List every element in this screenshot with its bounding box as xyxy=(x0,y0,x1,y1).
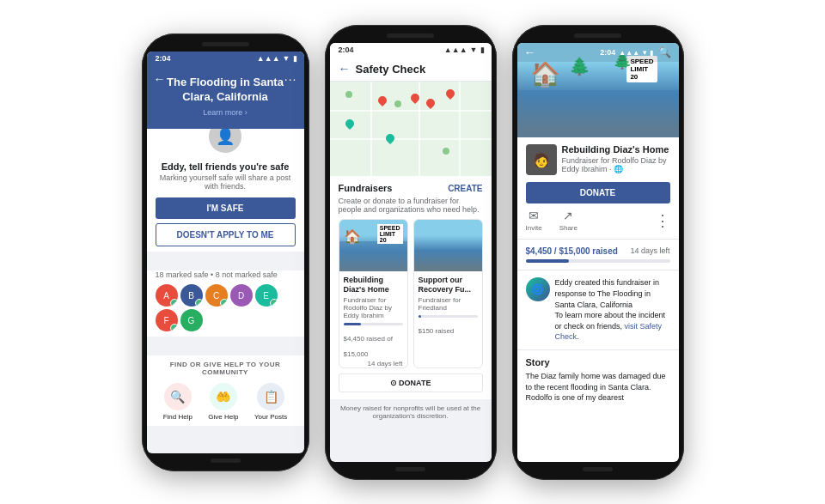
phone1-signal-icon: ▲▲▲ xyxy=(257,54,280,63)
phone2-fundraisers-section: Fundraisers CREATE Create or donate to a… xyxy=(330,176,492,399)
phone3-share-icon: ↗ xyxy=(563,209,573,222)
community-item-label: Give Help xyxy=(208,413,238,421)
list-item: G xyxy=(180,309,203,331)
card-1-progress-bar xyxy=(344,323,403,325)
map-road xyxy=(330,110,492,112)
phone3-hero-image: 🏠 SPEEDLIMIT20 🌲 🌲 ← 2:04 ▲▲▲ ▼ ▮ 🔍 xyxy=(517,43,679,137)
phone2-signal-icon: ▲▲▲ xyxy=(444,46,468,54)
card-2-subtitle: Fundraiser forFriedland xyxy=(419,296,478,312)
phone3-search-button[interactable]: 🔍 xyxy=(658,46,671,58)
phone3-activity-icon: 🌀 xyxy=(526,277,550,301)
phone3-organizer-avatar: 🧑 xyxy=(526,144,557,175)
phone1-wifi-icon: ▼ xyxy=(283,54,290,63)
phone3-actions: ✉ Invite ↗ Share ⋮ xyxy=(517,209,679,240)
list-item: D xyxy=(230,284,253,307)
card-2-progress-fill xyxy=(419,315,421,318)
list-item: F ✓ xyxy=(156,309,178,331)
card-1-days: 14 days left xyxy=(368,360,403,367)
phone2-header: ← Safety Check xyxy=(330,57,492,82)
phone-2-screen: 2:04 ▲▲▲ ▼ ▮ ← Safety Check xyxy=(330,43,492,461)
phone3-more-button[interactable]: ⋮ xyxy=(655,211,670,230)
phone2-back-button[interactable]: ← xyxy=(339,62,351,76)
phone1-battery-icon: ▮ xyxy=(293,54,297,63)
house-icon: 🏠 xyxy=(344,228,361,245)
phone2-map[interactable] xyxy=(330,82,492,176)
map-pin-red xyxy=(444,88,456,100)
scene: 2:04 ▲▲▲ ▼ ▮ ← ··· The Flooding in Santa… xyxy=(0,0,825,504)
community-item-label: Your Posts xyxy=(254,413,287,421)
phone2-time: 2:04 xyxy=(339,46,354,54)
phone3-days-left: 14 days left xyxy=(630,246,669,256)
community-item-give-help[interactable]: 🤲 Give Help xyxy=(208,383,238,421)
phone1-friends-avatars: A ✓ B ✓ C ✓ D E ✓ xyxy=(156,284,296,331)
phone2-footer: Money raised for nonprofits will be used… xyxy=(330,399,492,425)
phone3-amount-raised: $4,450 / $15,000 raised xyxy=(526,246,618,256)
card-1-body: Rebuilding Diaz's Home Fundraiser for Ro… xyxy=(339,271,407,364)
safe-badge: ✓ xyxy=(170,299,178,307)
map-pin-red xyxy=(376,94,388,106)
map-road xyxy=(330,138,492,140)
phone1-body: 👤 Eddy, tell friends you're safe Marking… xyxy=(147,129,304,252)
phone3-back-button[interactable]: ← xyxy=(524,46,536,59)
phone3-progress-amounts: $4,450 / $15,000 raised 14 days left xyxy=(526,246,670,256)
list-item: E ✓ xyxy=(255,284,278,307)
phone3-signal: ▲▲▲ ▼ ▮ xyxy=(619,49,653,57)
phone1-header: ← ··· The Flooding in SantaClara, Califo… xyxy=(147,65,304,129)
phone-1: 2:04 ▲▲▲ ▼ ▮ ← ··· The Flooding in Santa… xyxy=(142,33,309,471)
map-tree xyxy=(443,148,449,155)
phone3-time: 2:04 xyxy=(600,48,615,57)
phone1-more-button[interactable]: ··· xyxy=(284,72,297,86)
card-2-image xyxy=(414,220,482,271)
flood-water xyxy=(339,241,407,271)
fundraiser-card-1[interactable]: 🏠 SPEEDLIMIT20 Rebuilding Diaz's Home Fu… xyxy=(339,219,408,368)
phone-1-screen: 2:04 ▲▲▲ ▼ ▮ ← ··· The Flooding in Santa… xyxy=(147,52,304,452)
phone3-activity-text: Eddy created this fundraiser in response… xyxy=(555,277,670,343)
phone2-donate-button[interactable]: ⊙ DONATE xyxy=(339,373,483,392)
fundraiser-card-2[interactable]: Support our Recovery Fu... Fundraiser fo… xyxy=(413,219,483,368)
map-road xyxy=(459,82,461,176)
phone1-back-button[interactable]: ← xyxy=(154,72,166,86)
phone1-event-title: The Flooding in SantaClara, California xyxy=(156,76,296,105)
phone3-share-action[interactable]: ↗ Share xyxy=(559,209,578,232)
phone3-activity-period: . xyxy=(577,332,579,341)
phone1-learn-more-link[interactable]: Learn more › xyxy=(156,108,296,117)
phone3-donate-button[interactable]: DONATE xyxy=(526,182,670,203)
phone2-section-header: Fundraisers CREATE xyxy=(339,183,483,193)
card-2-body: Support our Recovery Fu... Fundraiser fo… xyxy=(414,271,482,341)
phone1-avatar-emoji: 👤 xyxy=(216,127,235,146)
list-item: A ✓ xyxy=(156,284,178,307)
phone3-activity: 🌀 Eddy created this fundraiser in respon… xyxy=(517,270,679,350)
phone2-create-button[interactable]: CREATE xyxy=(448,184,482,193)
safe-badge: ✓ xyxy=(270,299,278,307)
map-tree xyxy=(394,100,401,107)
phone3-invite-icon: ✉ xyxy=(529,209,539,222)
speed-sign: SPEEDLIMIT20 xyxy=(377,224,403,244)
list-item: B ✓ xyxy=(180,284,203,307)
phone3-progress-bar xyxy=(526,259,670,263)
community-item-your-posts[interactable]: 📋 Your Posts xyxy=(254,383,287,421)
phone2-battery-icon: ▮ xyxy=(480,46,485,54)
phone3-story-title: Story xyxy=(526,357,670,367)
phone3-activity-main: Eddy created this fundraiser in response… xyxy=(555,278,660,308)
phone1-safe-prompt: Eddy, tell friends you're safe xyxy=(156,161,296,172)
list-item: C ✓ xyxy=(205,284,228,307)
your-posts-icon: 📋 xyxy=(257,383,284,410)
card-1-title: Rebuilding Diaz's Home xyxy=(344,276,403,295)
phone1-im-safe-button[interactable]: I'M SAFE xyxy=(156,197,296,219)
card-1-progress-fill xyxy=(344,323,362,325)
card-2-progress-bar xyxy=(419,315,478,318)
phone3-invite-label: Invite xyxy=(526,224,542,232)
map-road xyxy=(370,82,372,176)
phone-3-screen: 🏠 SPEEDLIMIT20 🌲 🌲 ← 2:04 ▲▲▲ ▼ ▮ 🔍 🧑 xyxy=(517,43,679,461)
phone1-doesnt-apply-button[interactable]: DOESN'T APPLY TO ME xyxy=(156,223,296,246)
map-pin-red xyxy=(425,97,437,109)
community-item-find-help[interactable]: 🔍 Find Help xyxy=(163,383,192,421)
phone-3: 🏠 SPEEDLIMIT20 🌲 🌲 ← 2:04 ▲▲▲ ▼ ▮ 🔍 🧑 xyxy=(512,25,684,480)
phone1-safe-sub: Marking yourself safe will share a post … xyxy=(156,173,296,191)
phone3-invite-action[interactable]: ✉ Invite xyxy=(526,209,542,232)
phone2-section-title: Fundraisers xyxy=(339,183,393,193)
community-item-label: Find Help xyxy=(163,413,192,421)
phone1-community-icons: 🔍 Find Help 🤲 Give Help 📋 Your Posts xyxy=(156,383,296,421)
phone2-fundraiser-cards: 🏠 SPEEDLIMIT20 Rebuilding Diaz's Home Fu… xyxy=(339,219,483,368)
phone1-divider-2 xyxy=(147,343,304,349)
